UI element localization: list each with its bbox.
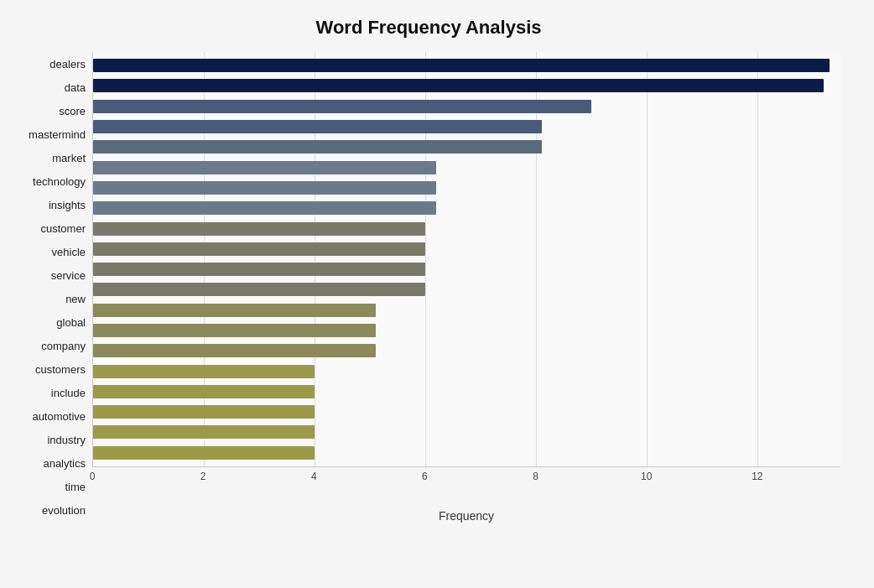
bar-evolution [93, 446, 315, 460]
y-label-service: service [17, 270, 86, 281]
y-label-evolution: evolution [17, 505, 86, 516]
bar-automotive [93, 365, 315, 378]
bar-row-dealers [93, 55, 840, 75]
y-label-industry: industry [17, 434, 86, 445]
bar-new [93, 263, 425, 276]
bar-analytics [93, 405, 315, 419]
x-tick-6: 6 [422, 471, 428, 482]
bar-row-technology [93, 157, 840, 177]
bar-score [93, 100, 591, 113]
bar-row-insights [93, 178, 840, 198]
bar-vehicle [93, 222, 425, 236]
y-label-insights: insights [17, 200, 86, 211]
y-label-global: global [17, 317, 86, 328]
bar-row-time [93, 422, 840, 442]
bar-row-automotive [93, 361, 840, 381]
y-label-mastermind: mastermind [17, 129, 86, 140]
bar-global [93, 283, 425, 296]
y-label-customers: customers [17, 364, 86, 375]
bar-row-data [93, 75, 840, 96]
bar-row-company [93, 300, 840, 320]
y-label-customer: customer [17, 223, 86, 234]
x-axis-label: Frequency [92, 509, 840, 523]
y-label-company: company [17, 341, 86, 351]
bar-time [93, 425, 315, 439]
bar-row-vehicle [93, 218, 840, 238]
x-tick-12: 12 [752, 471, 762, 482]
bar-customer [93, 201, 436, 215]
bar-row-evolution [93, 443, 840, 463]
x-tick-10: 10 [641, 471, 652, 482]
y-label-time: time [17, 481, 86, 492]
bar-dealers [93, 59, 830, 72]
bar-market [93, 140, 542, 154]
y-label-include: include [17, 388, 86, 398]
chart-container: Word Frequency Analysis dealersdatascore… [0, 0, 874, 588]
chart-inner: 024681012 Frequency [92, 52, 840, 523]
x-tick-8: 8 [533, 471, 538, 482]
y-label-data: data [17, 82, 86, 93]
bar-row-global [93, 279, 840, 299]
bar-customers [93, 324, 376, 337]
bars-area [92, 52, 840, 467]
y-label-vehicle: vehicle [17, 247, 86, 258]
y-label-technology: technology [17, 176, 86, 187]
bar-company [93, 304, 376, 317]
bar-row-new [93, 259, 840, 279]
bar-row-market [93, 137, 840, 157]
y-label-new: new [17, 294, 86, 304]
bar-row-customer [93, 198, 840, 218]
bar-row-score [93, 96, 840, 117]
y-label-automotive: automotive [17, 411, 86, 422]
bar-industry [93, 385, 315, 398]
x-tick-0: 0 [90, 471, 96, 482]
x-axis: 024681012 [92, 467, 840, 492]
bar-row-mastermind [93, 117, 840, 137]
bar-mastermind [93, 120, 542, 133]
x-tick-2: 2 [200, 471, 206, 482]
y-label-analytics: analytics [17, 458, 86, 469]
bar-row-include [93, 341, 840, 361]
y-label-dealers: dealers [17, 59, 86, 70]
bar-row-service [93, 239, 840, 259]
bar-technology [93, 161, 436, 174]
y-axis-labels: dealersdatascoremastermindmarkettechnolo… [17, 52, 92, 523]
bar-data [93, 79, 824, 92]
bar-row-analytics [93, 402, 840, 422]
bars-wrapper [93, 52, 840, 466]
y-label-market: market [17, 153, 86, 164]
x-tick-4: 4 [311, 471, 317, 482]
chart-area: dealersdatascoremastermindmarkettechnolo… [17, 52, 840, 523]
bar-service [93, 242, 425, 256]
bar-row-customers [93, 320, 840, 341]
chart-title: Word Frequency Analysis [17, 17, 840, 39]
bar-row-industry [93, 382, 840, 402]
y-label-score: score [17, 106, 86, 117]
bar-include [93, 344, 376, 357]
bar-insights [93, 181, 436, 195]
